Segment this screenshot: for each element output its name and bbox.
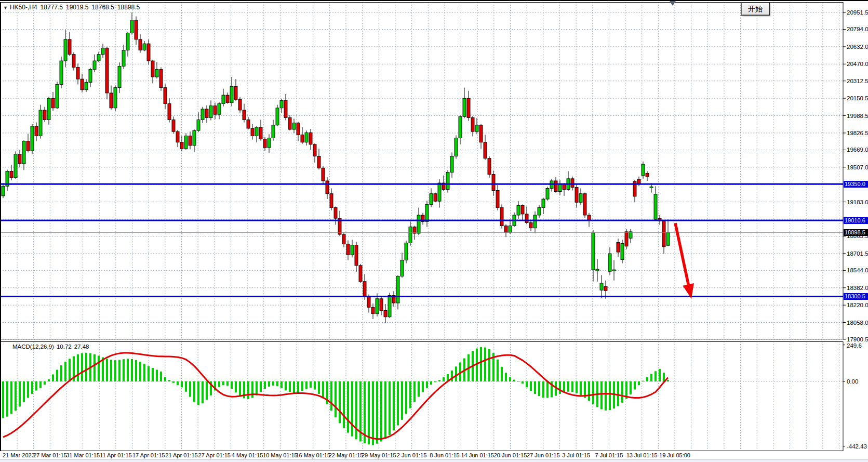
time-tick-label: 19 Jul 05:00	[659, 452, 690, 458]
time-tick-label: 27 Mar 01:15	[33, 452, 67, 458]
price-tick-label: 20470.0	[847, 61, 868, 67]
level-price-badge[interactable]: 19010.6	[844, 217, 868, 224]
time-tick-label: 10 May 01:15	[263, 452, 298, 458]
time-tick-label: 8 Jun 01:15	[430, 452, 460, 458]
price-tick-label: 18058.0	[847, 320, 868, 326]
chart-canvas[interactable]	[0, 1, 868, 462]
macd-axis[interactable]: 249.60.00-442.43	[843, 341, 868, 451]
price-tick-label: 20794.0	[847, 26, 868, 32]
quote-open: 18777.5	[41, 4, 63, 11]
quote-low: 18768.5	[91, 4, 114, 11]
macd-indicator-label: MACD(12,26,9)10.7227.48	[12, 344, 91, 350]
macd-signal-value: 27.48	[74, 344, 89, 350]
macd-histogram	[2, 347, 669, 445]
level-lines[interactable]	[0, 183, 843, 297]
price-tick-label: 18220.0	[847, 302, 868, 308]
chart-window: ▼HK50-,H418777.519019.518768.518898.5 开始…	[0, 0, 868, 462]
bottom-scroll-strip[interactable]	[0, 459, 868, 462]
time-tick-label: 13 Jul 01:15	[626, 452, 658, 458]
price-tick-label: 20632.0	[847, 44, 868, 50]
time-tick-label: 4 May 01:15	[232, 452, 263, 458]
collapse-icon[interactable]: ▼	[3, 5, 8, 10]
time-tick-label: 21 Apr 01:15	[165, 452, 197, 458]
price-tick-label: 19183.0	[847, 199, 868, 205]
time-tick-label: 29 May 01:15	[362, 452, 396, 458]
gridlines	[0, 2, 843, 451]
time-tick-label: 27 Apr 01:15	[198, 452, 231, 458]
macd-tick-label: 249.6	[847, 342, 862, 349]
level-price-badge[interactable]: 18300.5	[844, 293, 868, 300]
time-tick-label: 20 Jun 01:15	[494, 452, 527, 458]
price-axis[interactable]: 20951.520794.020632.020470.020312.520150…	[843, 1, 868, 341]
time-axis[interactable]: 21 Mar 202327 Mar 01:1531 Mar 01:1511 Ap…	[0, 451, 868, 459]
quote-close: 18898.5	[117, 4, 140, 11]
candlestick-series	[2, 12, 670, 323]
price-tick-label: 18544.0	[847, 267, 868, 273]
time-tick-label: 11 Apr 01:15	[100, 452, 132, 458]
level-price-badge[interactable]: 19350.0	[844, 181, 868, 188]
time-tick-label: 27 Jun 01:15	[527, 452, 560, 458]
time-tick-label: 2 Jun 01:15	[397, 452, 427, 458]
symbol-timeframe: HK50-,H4	[10, 4, 37, 11]
price-tick-label: 20951.5	[847, 9, 868, 16]
price-tick-label: 20150.5	[847, 95, 868, 101]
trend-arrow[interactable]	[675, 223, 694, 298]
price-tick-label: 20312.5	[847, 78, 868, 84]
price-tick-label: 18701.5	[847, 250, 868, 257]
quote-high: 19019.5	[66, 4, 88, 11]
time-tick-label: 31 Mar 01:15	[66, 452, 100, 458]
time-tick-label: 14 Jun 01:15	[461, 452, 494, 458]
current-price-badge: 18898.5	[844, 229, 868, 236]
time-tick-label: 7 Jul 01:15	[595, 452, 623, 458]
chart-header: ▼HK50-,H418777.519019.518768.518898.5	[3, 4, 143, 11]
price-tick-label: 19826.5	[847, 130, 868, 136]
start-button[interactable]: 开始	[741, 3, 769, 15]
time-tick-label: 3 Jul 01:15	[562, 452, 590, 458]
time-tick-label: 22 May 01:15	[329, 452, 364, 458]
price-tick-label: 19988.5	[847, 113, 868, 119]
time-tick-label: 17 Apr 01:15	[132, 452, 165, 458]
macd-tick-label: 0.00	[847, 378, 858, 385]
price-tick-label: 19669.0	[847, 147, 868, 153]
current-price-line	[0, 232, 843, 233]
macd-name: MACD(12,26,9)	[12, 344, 54, 350]
time-tick-label: 16 May 01:15	[296, 452, 330, 458]
macd-tick-label: -442.43	[847, 443, 867, 450]
time-tick-label: 21 Mar 2023	[3, 452, 35, 458]
price-tick-label: 19507.0	[847, 164, 868, 170]
pointer-marker-icon	[670, 1, 676, 6]
macd-main-value: 10.72	[57, 344, 72, 350]
price-tick-label: 18382.0	[847, 285, 868, 291]
